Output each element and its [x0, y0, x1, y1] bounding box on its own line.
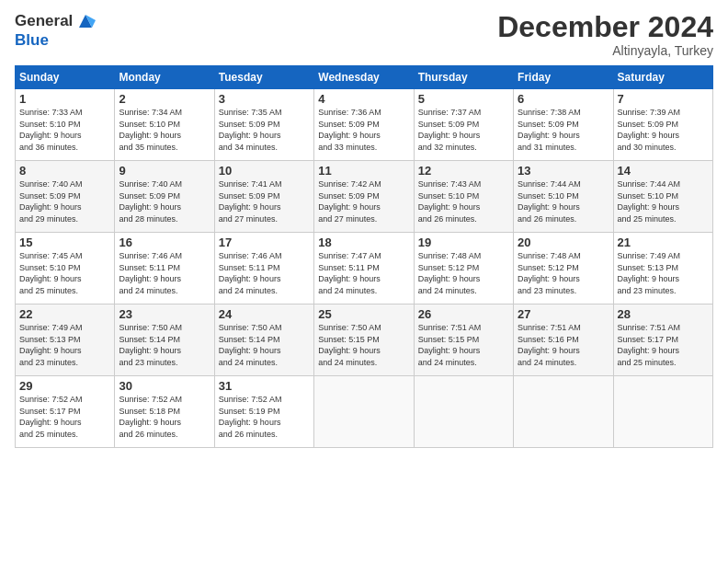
calendar-cell: 2Sunrise: 7:34 AMSunset: 5:10 PMDaylight… [115, 89, 214, 161]
page: General Blue December 2024 Altinyayla, T… [0, 0, 728, 563]
day-details: Sunrise: 7:50 AMSunset: 5:14 PMDaylight:… [219, 322, 310, 368]
day-details: Sunrise: 7:43 AMSunset: 5:10 PMDaylight:… [418, 178, 509, 224]
day-number: 11 [318, 164, 409, 178]
day-details: Sunrise: 7:49 AMSunset: 5:13 PMDaylight:… [19, 322, 110, 368]
calendar-cell: 21Sunrise: 7:49 AMSunset: 5:13 PMDayligh… [613, 233, 712, 304]
calendar-cell: 13Sunrise: 7:44 AMSunset: 5:10 PMDayligh… [514, 161, 613, 233]
day-details: Sunrise: 7:51 AMSunset: 5:15 PMDaylight:… [418, 322, 509, 368]
title-block: December 2024 Altinyayla, Turkey [497, 11, 713, 58]
day-details: Sunrise: 7:52 AMSunset: 5:17 PMDaylight:… [19, 394, 110, 440]
day-number: 16 [119, 236, 210, 249]
calendar-cell: 28Sunrise: 7:51 AMSunset: 5:17 PMDayligh… [613, 304, 712, 376]
calendar-cell: 26Sunrise: 7:51 AMSunset: 5:15 PMDayligh… [414, 304, 513, 376]
calendar-cell: 7Sunrise: 7:39 AMSunset: 5:09 PMDaylight… [613, 89, 712, 161]
calendar-week-row: 29Sunrise: 7:52 AMSunset: 5:17 PMDayligh… [16, 376, 713, 448]
calendar-cell: 12Sunrise: 7:43 AMSunset: 5:10 PMDayligh… [414, 161, 513, 233]
calendar-cell: 25Sunrise: 7:50 AMSunset: 5:15 PMDayligh… [314, 304, 414, 376]
day-number: 17 [219, 236, 310, 249]
day-details: Sunrise: 7:45 AMSunset: 5:10 PMDaylight:… [19, 250, 110, 296]
day-number: 28 [618, 307, 709, 321]
calendar-cell: 27Sunrise: 7:51 AMSunset: 5:16 PMDayligh… [514, 304, 613, 376]
location: Altinyayla, Turkey [497, 43, 713, 58]
day-number: 14 [618, 164, 709, 178]
day-number: 10 [219, 164, 310, 178]
weekday-header: Sunday [16, 66, 115, 89]
logo-general-text: General [15, 12, 73, 30]
day-details: Sunrise: 7:50 AMSunset: 5:14 PMDaylight:… [119, 322, 210, 368]
day-number: 5 [418, 92, 509, 106]
day-details: Sunrise: 7:40 AMSunset: 5:09 PMDaylight:… [19, 178, 110, 224]
day-details: Sunrise: 7:33 AMSunset: 5:10 PMDaylight:… [19, 107, 110, 153]
calendar-header-row: SundayMondayTuesdayWednesdayThursdayFrid… [16, 66, 713, 89]
calendar-cell: 18Sunrise: 7:47 AMSunset: 5:11 PMDayligh… [314, 233, 414, 304]
day-number: 3 [219, 92, 310, 106]
day-number: 6 [518, 92, 609, 106]
day-number: 30 [119, 379, 210, 393]
day-details: Sunrise: 7:48 AMSunset: 5:12 PMDaylight:… [518, 250, 609, 296]
calendar-cell [314, 376, 414, 448]
calendar-cell: 14Sunrise: 7:44 AMSunset: 5:10 PMDayligh… [613, 161, 712, 233]
calendar-cell: 3Sunrise: 7:35 AMSunset: 5:09 PMDaylight… [214, 89, 313, 161]
weekday-header: Saturday [613, 66, 712, 89]
day-details: Sunrise: 7:52 AMSunset: 5:18 PMDaylight:… [119, 394, 210, 440]
calendar-table: SundayMondayTuesdayWednesdayThursdayFrid… [15, 65, 713, 448]
day-details: Sunrise: 7:36 AMSunset: 5:09 PMDaylight:… [318, 107, 409, 153]
day-number: 18 [318, 236, 409, 249]
day-number: 1 [19, 92, 110, 106]
day-details: Sunrise: 7:42 AMSunset: 5:09 PMDaylight:… [318, 178, 409, 224]
day-details: Sunrise: 7:51 AMSunset: 5:17 PMDaylight:… [618, 322, 709, 368]
calendar-cell: 23Sunrise: 7:50 AMSunset: 5:14 PMDayligh… [115, 304, 214, 376]
weekday-header: Thursday [414, 66, 513, 89]
calendar-week-row: 15Sunrise: 7:45 AMSunset: 5:10 PMDayligh… [16, 233, 713, 304]
day-number: 8 [19, 164, 110, 178]
day-number: 22 [19, 307, 110, 321]
day-number: 24 [219, 307, 310, 321]
calendar-cell: 16Sunrise: 7:46 AMSunset: 5:11 PMDayligh… [115, 233, 214, 304]
calendar-cell: 10Sunrise: 7:41 AMSunset: 5:09 PMDayligh… [214, 161, 313, 233]
calendar-week-row: 22Sunrise: 7:49 AMSunset: 5:13 PMDayligh… [16, 304, 713, 376]
calendar-cell [414, 376, 513, 448]
weekday-header: Friday [514, 66, 613, 89]
calendar-cell: 15Sunrise: 7:45 AMSunset: 5:10 PMDayligh… [16, 233, 115, 304]
calendar-cell: 11Sunrise: 7:42 AMSunset: 5:09 PMDayligh… [314, 161, 414, 233]
day-number: 13 [518, 164, 609, 178]
day-number: 31 [219, 379, 310, 393]
weekday-header: Monday [115, 66, 214, 89]
day-number: 19 [418, 236, 509, 249]
calendar-cell [514, 376, 613, 448]
weekday-header: Tuesday [214, 66, 313, 89]
day-number: 20 [518, 236, 609, 249]
month-title: December 2024 [497, 11, 713, 43]
day-details: Sunrise: 7:51 AMSunset: 5:16 PMDaylight:… [518, 322, 609, 368]
day-details: Sunrise: 7:46 AMSunset: 5:11 PMDaylight:… [119, 250, 210, 296]
calendar-cell [613, 376, 712, 448]
calendar-cell: 19Sunrise: 7:48 AMSunset: 5:12 PMDayligh… [414, 233, 513, 304]
day-number: 29 [19, 379, 110, 393]
day-number: 4 [318, 92, 409, 106]
day-details: Sunrise: 7:50 AMSunset: 5:15 PMDaylight:… [318, 322, 409, 368]
day-details: Sunrise: 7:44 AMSunset: 5:10 PMDaylight:… [618, 178, 709, 224]
day-number: 12 [418, 164, 509, 178]
calendar-cell: 20Sunrise: 7:48 AMSunset: 5:12 PMDayligh… [514, 233, 613, 304]
day-number: 7 [618, 92, 709, 106]
day-details: Sunrise: 7:46 AMSunset: 5:11 PMDaylight:… [219, 250, 310, 296]
day-details: Sunrise: 7:48 AMSunset: 5:12 PMDaylight:… [418, 250, 509, 296]
calendar-cell: 24Sunrise: 7:50 AMSunset: 5:14 PMDayligh… [214, 304, 313, 376]
day-number: 26 [418, 307, 509, 321]
calendar-cell: 1Sunrise: 7:33 AMSunset: 5:10 PMDaylight… [16, 89, 115, 161]
day-details: Sunrise: 7:38 AMSunset: 5:09 PMDaylight:… [518, 107, 609, 153]
calendar-cell: 6Sunrise: 7:38 AMSunset: 5:09 PMDaylight… [514, 89, 613, 161]
day-number: 9 [119, 164, 210, 178]
day-details: Sunrise: 7:40 AMSunset: 5:09 PMDaylight:… [119, 178, 210, 224]
day-details: Sunrise: 7:52 AMSunset: 5:19 PMDaylight:… [219, 394, 310, 440]
day-details: Sunrise: 7:47 AMSunset: 5:11 PMDaylight:… [318, 250, 409, 296]
calendar-cell: 8Sunrise: 7:40 AMSunset: 5:09 PMDaylight… [16, 161, 115, 233]
day-details: Sunrise: 7:41 AMSunset: 5:09 PMDaylight:… [219, 178, 310, 224]
calendar-cell: 22Sunrise: 7:49 AMSunset: 5:13 PMDayligh… [16, 304, 115, 376]
day-number: 25 [318, 307, 409, 321]
day-number: 15 [19, 236, 110, 249]
calendar-cell: 5Sunrise: 7:37 AMSunset: 5:09 PMDaylight… [414, 89, 513, 161]
logo: General Blue [15, 11, 96, 50]
day-details: Sunrise: 7:39 AMSunset: 5:09 PMDaylight:… [618, 107, 709, 153]
day-number: 27 [518, 307, 609, 321]
